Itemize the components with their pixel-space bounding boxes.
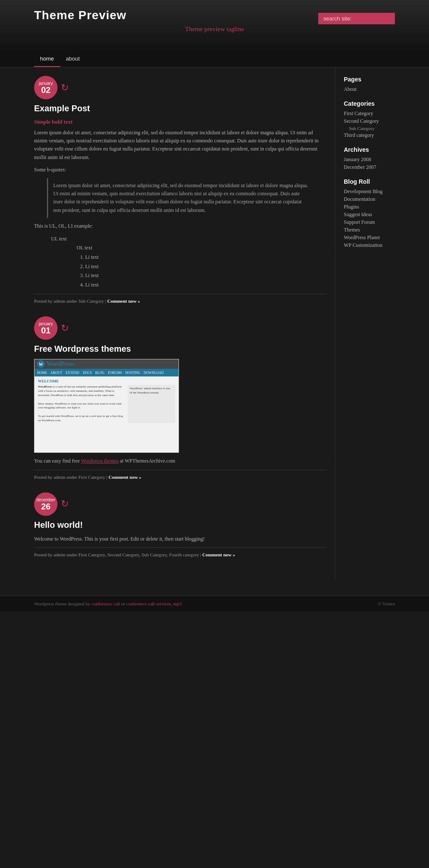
nav-item-home[interactable]: home (34, 51, 60, 67)
post-3-day: 26 (41, 502, 50, 511)
post-1-comment-link[interactable]: Comment now » (107, 298, 140, 304)
sidebar-blogroll: Blog Roll Development Blog Documentation… (344, 178, 395, 249)
sidebar-pages-list: About (344, 86, 395, 93)
sidebar-blogroll-plugins[interactable]: Plugins (344, 204, 395, 210)
post-3-comment-link[interactable]: Comment now » (202, 552, 235, 557)
post-1-bold: Simple bold text (34, 119, 326, 125)
main-content: january 02 ↻ Example Post Simple bold te… (34, 67, 335, 579)
wp-main-col: WordPress is a state-of-the-art semantic… (38, 385, 125, 422)
sidebar-cat-first[interactable]: First Category (344, 110, 395, 117)
wp-nav-blog: BLOG (95, 371, 104, 375)
post-2-meta: Posted by admin under First Category | C… (34, 475, 326, 480)
sidebar-archives: Archives January 2008 December 2007 (344, 146, 395, 171)
sidebar-blogroll-devblog[interactable]: Development Blog (344, 188, 395, 195)
main-nav: home about (0, 51, 429, 67)
sidebar-categories: Categories First Category Second Categor… (344, 100, 395, 139)
sidebar-page-about[interactable]: About (344, 86, 395, 93)
footer-sep: or (121, 601, 125, 606)
sidebar-archive-jan2008[interactable]: January 2008 (344, 156, 395, 163)
site-tagline: Theme preview tagline (34, 26, 395, 33)
sidebar-blogroll-wpplanet[interactable]: WordPress Planet (344, 234, 395, 241)
wp-side-col: WordPress' admin interface is one of the… (128, 385, 175, 422)
post-3-body: Welcome to WordPress. This is your first… (34, 535, 326, 543)
post-2-divider (34, 470, 326, 470)
footer-right: © Vortex (378, 601, 395, 606)
sidebar-categories-list: First Category Second Category Sub Categ… (344, 110, 395, 139)
sidebar-cat-second[interactable]: Second Category (344, 118, 395, 124)
footer-link1[interactable]: conference call (92, 601, 120, 606)
wp-body-cols: WordPress is a state-of-the-art semantic… (38, 385, 175, 422)
list-item: Li text (85, 281, 326, 290)
date-badge-2: january 01 (34, 316, 58, 340)
sidebar-blogroll-support[interactable]: Support Forum (344, 219, 395, 226)
wp-nav-bar: HOME ABOUT EXTEND DOCS BLOG FORUMS HOSTI… (35, 369, 179, 376)
post-1-day: 02 (41, 86, 50, 94)
date-arrows-2: ↻ (61, 323, 69, 334)
sidebar-blogroll-docs[interactable]: Documentation (344, 196, 395, 203)
wp-nav-about: ABOUT (51, 371, 63, 375)
post-1-list-intro: This is UL, OL, LI example: (34, 222, 326, 230)
search-form[interactable] (318, 13, 395, 24)
wp-welcome-text: WELCOME (38, 379, 175, 383)
sidebar-categories-title: Categories (344, 100, 395, 107)
wp-nav-forums: FORUMS (108, 371, 122, 375)
post-1-ul: UL text OL text Li text Li text Li text … (51, 234, 326, 290)
sidebar-cat-third[interactable]: Third category (344, 132, 395, 139)
post-2-title: Free Wordpress themes (34, 344, 326, 354)
wp-body-text: WordPress is a state-of-the-art semantic… (38, 385, 125, 422)
sidebar-blogroll-wpcustom[interactable]: WP Customization (344, 242, 395, 249)
list-item: Li text (85, 271, 326, 281)
post-1-ol: OL text Li text Li text Li text Li text (77, 243, 326, 289)
post-1-bquotes-label: Some b-quotes: (34, 166, 326, 174)
sidebar-blogroll-list: Development Blog Documentation Plugins S… (344, 188, 395, 249)
post-1-meta: Posted by admin under Sub Category | Com… (34, 298, 326, 304)
post-3-month: december (36, 498, 55, 502)
date-arrows-1: ↻ (61, 82, 69, 93)
list-item: Li text (85, 262, 326, 272)
nav-item-about[interactable]: about (60, 51, 86, 66)
wp-themes-link[interactable]: Wordpress themes (81, 458, 118, 464)
post-1-divider (34, 294, 326, 294)
wp-header-bar: W WordPress (35, 359, 179, 369)
sidebar-cat-sub[interactable]: Sub Category (349, 126, 395, 131)
sidebar-blogroll-themes[interactable]: Themes (344, 227, 395, 233)
post-2-body: You can easy find free Wordpress themes … (34, 457, 326, 465)
post-1-date: january 02 ↻ (34, 76, 326, 99)
sidebar-archive-dec2007[interactable]: December 2007 (344, 164, 395, 171)
sidebar-archives-list: January 2008 December 2007 (344, 156, 395, 171)
footer-link3[interactable]: mp3 (173, 601, 182, 606)
sidebar-archives-title: Archives (344, 146, 395, 153)
post-3: december 26 ↻ Hello world! Welcome to Wo… (34, 492, 326, 557)
post-1: january 02 ↻ Example Post Simple bold te… (34, 76, 326, 304)
page-wrapper: january 02 ↻ Example Post Simple bold te… (0, 67, 429, 579)
wp-body: WELCOME WordPress is a state-of-the-art … (35, 376, 179, 453)
wp-nav-home: HOME (37, 371, 47, 375)
post-2: january 01 ↻ Free Wordpress themes W Wor… (34, 316, 326, 479)
post-3-title: Hello world! (34, 520, 326, 530)
post-3-date: december 26 ↻ (34, 492, 326, 516)
footer-link2[interactable]: conference call services (126, 601, 171, 606)
wp-nav-hosting: HOSTING (125, 371, 140, 375)
wp-nav-download: DOWNLOAD (144, 371, 164, 375)
date-badge-3: december 26 (34, 492, 58, 516)
sidebar-pages: Pages About (344, 76, 395, 93)
post-1-title: Example Post (34, 104, 326, 113)
wp-nav-extend: EXTEND (66, 371, 79, 375)
date-badge-1: january 02 (34, 76, 58, 99)
wp-nav-docs: DOCS (83, 371, 92, 375)
post-3-divider (34, 547, 326, 548)
site-header: Theme Preview Theme preview tagline (0, 0, 429, 51)
post-1-body: Lorem ipsum dolor sit amet, consectetur … (34, 129, 326, 162)
post-3-meta: Posted by admin under First Category, Se… (34, 552, 326, 557)
post-2-day: 01 (41, 326, 50, 335)
wp-logo-text: WordPress (46, 361, 75, 367)
site-footer: Wordpress theme designed by conference c… (0, 596, 429, 611)
search-input[interactable] (318, 13, 395, 24)
sidebar-blogroll-suggest[interactable]: Suggest Ideas (344, 211, 395, 218)
post-2-date: january 01 ↻ (34, 316, 326, 340)
sidebar-blogroll-title: Blog Roll (344, 178, 395, 185)
footer-text: Wordpress theme designed by (34, 601, 90, 606)
sidebar-pages-title: Pages (344, 76, 395, 83)
list-item: Li text (85, 253, 326, 262)
post-2-comment-link[interactable]: Comment now » (109, 475, 141, 480)
